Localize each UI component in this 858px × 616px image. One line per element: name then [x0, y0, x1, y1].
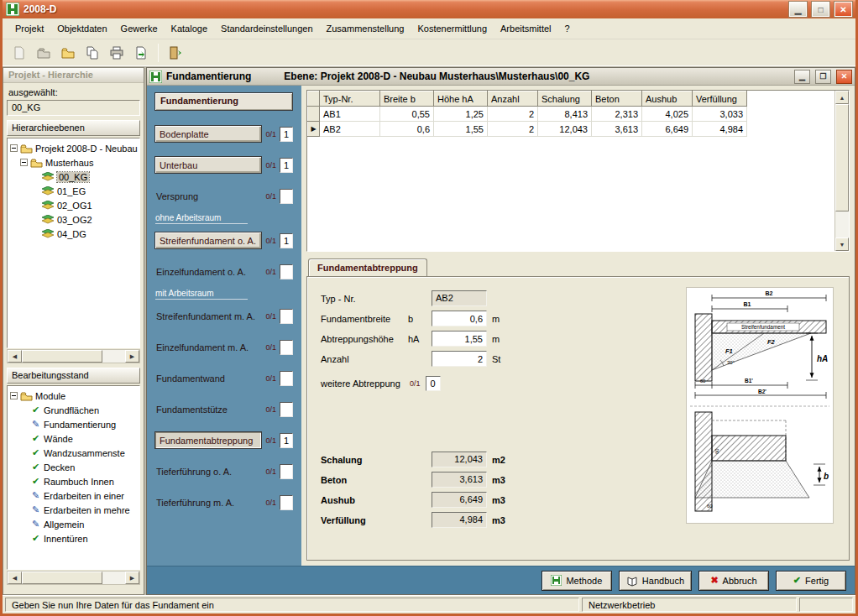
module-item[interactable]: ✔Decken	[8, 460, 139, 474]
module-item[interactable]: ✎Erdarbeiten in mehre	[8, 503, 139, 517]
menu-standardeinstellungen[interactable]: Standardeinstellungen	[215, 21, 318, 36]
count-field[interactable]	[280, 340, 293, 355]
tree-node-project[interactable]: Projekt 2008-D - Neubau	[8, 141, 139, 155]
scroll-left-icon[interactable]: ◀	[8, 572, 22, 584]
export-icon[interactable]	[130, 42, 152, 64]
tieferfuehrung-oa-button[interactable]: Tieferführung o. A.	[154, 467, 262, 477]
tree-node-musterhaus[interactable]: Musterhaus	[8, 155, 139, 170]
scrollbar-thumb[interactable]	[22, 572, 102, 584]
fundamentwand-button[interactable]: Fundamentwand	[154, 373, 262, 384]
new-document-icon[interactable]	[8, 42, 30, 64]
module-item[interactable]: ✎Erdarbeiten in einer	[8, 488, 139, 503]
tieferfuehrung-ma-button[interactable]: Tieferführung m. A.	[154, 498, 262, 508]
menu-gewerke[interactable]: Gewerke	[115, 21, 164, 36]
col-aushub[interactable]: Aushub	[642, 91, 693, 107]
count-field[interactable]: 1	[280, 158, 293, 173]
tree-leaf-00kg[interactable]: 00_KG	[8, 170, 139, 184]
count-field[interactable]	[280, 402, 293, 417]
print-icon[interactable]	[106, 42, 128, 64]
close-button[interactable]: ✕	[834, 2, 852, 17]
count-field[interactable]	[280, 264, 293, 279]
weitere-abtreppung-field[interactable]: 0	[426, 376, 441, 391]
hierarchy-tree: Projekt 2008-D - Neubau Musterhaus 00_KG…	[7, 138, 140, 348]
copy-icon[interactable]	[81, 42, 103, 64]
count-field[interactable]	[280, 464, 293, 479]
col-typ-nr[interactable]: Typ-Nr.	[320, 91, 380, 107]
count-field[interactable]	[280, 309, 293, 324]
abbruch-button[interactable]: ✖ Abbruch	[698, 571, 769, 591]
scroll-right-icon[interactable]: ▶	[125, 350, 139, 363]
module-item[interactable]: ✎Fundamentierung	[8, 417, 139, 431]
col-hoehe-ha[interactable]: Höhe hA	[434, 91, 488, 107]
module-item[interactable]: ✔Raumbuch Innen	[8, 474, 139, 488]
minimize-button[interactable]: ▁	[789, 2, 807, 17]
col-schalung[interactable]: Schalung	[538, 91, 592, 107]
tree-leaf-03og2[interactable]: 03_OG2	[8, 212, 139, 227]
module-item[interactable]: ✔Wände	[8, 431, 139, 446]
abtreppungshoehe-input[interactable]	[432, 331, 487, 347]
module-item[interactable]: ✔Grundflächen	[8, 403, 139, 417]
scroll-down-icon[interactable]: ▼	[835, 238, 849, 251]
minimize-button[interactable]: ▁	[794, 70, 810, 84]
sidebar-item-fundamentabtreppung: Fundamentabtreppung 0/1 1	[154, 431, 293, 449]
module-item[interactable]: ✔Wandzusammenste	[8, 446, 139, 460]
anzahl-input[interactable]	[432, 351, 487, 367]
col-beton[interactable]: Beton	[592, 91, 642, 107]
col-anzahl[interactable]: Anzahl	[488, 91, 538, 107]
verfuellung-row: Verfüllung 4,984 m3	[321, 512, 573, 528]
scroll-left-icon[interactable]: ◀	[8, 350, 22, 363]
module-item[interactable]: ✔Innentüren	[8, 531, 139, 546]
restore-button[interactable]: ❐	[815, 70, 831, 84]
open-project-icon[interactable]	[33, 42, 55, 64]
tree-leaf-02og1[interactable]: 02_OG1	[8, 198, 139, 212]
versprung-button[interactable]: Versprung	[154, 191, 262, 201]
menu-kostenermittlung[interactable]: Kostenermittlung	[411, 21, 493, 36]
count-field[interactable]	[280, 189, 293, 204]
unit-m: m	[492, 314, 500, 324]
scroll-right-icon[interactable]: ▶	[125, 572, 139, 584]
menu-zusammenstellung[interactable]: Zusammenstellung	[321, 21, 411, 36]
menu-help[interactable]: ?	[559, 21, 576, 36]
tree-leaf-01eg[interactable]: 01_EG	[8, 184, 139, 198]
fertig-button[interactable]: ✔ Fertig	[776, 571, 846, 591]
maximize-button[interactable]: □	[812, 2, 829, 17]
col-breite-b[interactable]: Breite b	[380, 91, 434, 107]
streifenfundament-oa-button[interactable]: Streifenfundament o. A.	[154, 232, 262, 249]
streifenfundament-ma-button[interactable]: Streifenfundament m. A.	[154, 311, 262, 321]
collapse-icon[interactable]	[10, 392, 18, 399]
scroll-up-icon[interactable]: ▲	[835, 91, 849, 104]
fundamentabtreppung-button[interactable]: Fundamentabtreppung	[154, 431, 262, 449]
tree-node-module[interactable]: Module	[8, 389, 139, 403]
count-field[interactable]: 1	[280, 433, 293, 448]
handbuch-button[interactable]: Handbuch	[619, 571, 692, 591]
methode-button[interactable]: Methode	[541, 571, 612, 591]
col-verfuellung[interactable]: Verfüllung	[693, 91, 747, 107]
scrollbar-thumb[interactable]	[835, 104, 849, 211]
button-label: Handbuch	[642, 576, 684, 586]
count-field[interactable]: 1	[280, 127, 293, 142]
module-item[interactable]: ✎Allgemein	[8, 517, 139, 531]
menu-projekt[interactable]: Projekt	[9, 21, 50, 36]
tab-fundamentabtreppung[interactable]: Fundamentabtreppung	[308, 258, 427, 276]
fundamentbreite-input[interactable]	[432, 311, 487, 326]
exit-icon[interactable]	[165, 42, 186, 64]
close-button[interactable]: ✕	[836, 70, 852, 84]
count-field[interactable]	[280, 495, 293, 510]
collapse-icon[interactable]	[10, 144, 18, 152]
menu-arbeitsmittel[interactable]: Arbeitsmittel	[494, 21, 557, 36]
scrollbar-thumb[interactable]	[22, 350, 102, 363]
einzelfundament-oa-button[interactable]: Einzelfundament o. A.	[154, 267, 262, 277]
collapse-icon[interactable]	[20, 159, 28, 166]
fundamentstuetze-button[interactable]: Fundamentstütze	[154, 405, 262, 415]
count-field[interactable]	[280, 371, 293, 386]
grid-row-ab1[interactable]: AB1 0,55 1,25 2 8,413 2,313 4,025 3,033	[308, 107, 747, 122]
folder-icon[interactable]	[57, 42, 79, 64]
menu-kataloge[interactable]: Kataloge	[165, 21, 213, 36]
unterbau-button[interactable]: Unterbau	[154, 156, 262, 174]
tree-leaf-04dg[interactable]: 04_DG	[8, 227, 139, 241]
einzelfundament-ma-button[interactable]: Einzelfundament m. A.	[154, 342, 262, 352]
bodenplatte-button[interactable]: Bodenplatte	[154, 125, 262, 143]
count-field[interactable]: 1	[280, 233, 293, 248]
menu-objektdaten[interactable]: Objektdaten	[51, 21, 112, 36]
grid-row-ab2-selected[interactable]: ▶ AB2 0,6 1,55 2 12,043 3,613 6,649 4,98…	[308, 122, 747, 137]
